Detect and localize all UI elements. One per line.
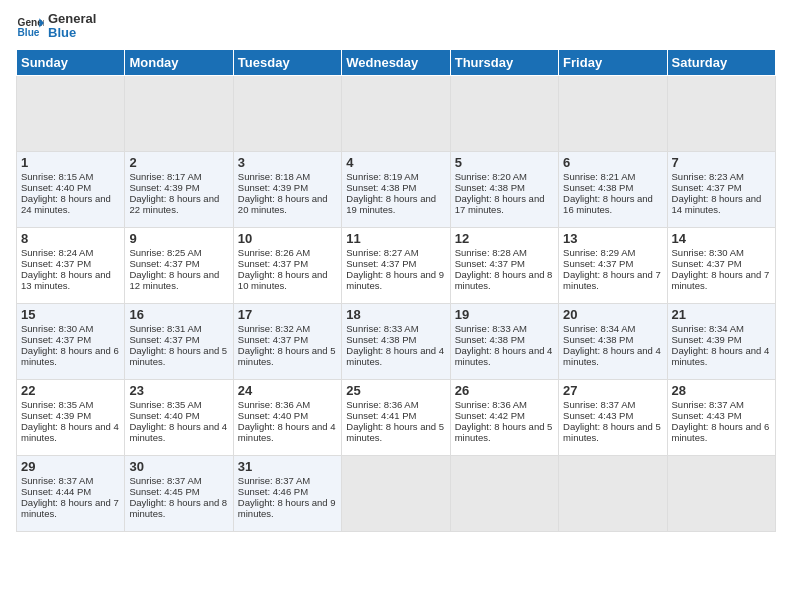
daylight: Daylight: 8 hours and 5 minutes. [346,421,444,443]
daylight: Daylight: 8 hours and 8 minutes. [129,497,227,519]
daylight: Daylight: 8 hours and 4 minutes. [672,345,770,367]
calendar-cell: 5Sunrise: 8:20 AMSunset: 4:38 PMDaylight… [450,151,558,227]
daylight: Daylight: 8 hours and 8 minutes. [455,269,553,291]
daylight: Daylight: 8 hours and 12 minutes. [129,269,219,291]
calendar-cell: 10Sunrise: 8:26 AMSunset: 4:37 PMDayligh… [233,227,341,303]
sunrise: Sunrise: 8:37 AM [563,399,635,410]
calendar-container: General Blue General Blue SundayMondayTu… [0,0,792,612]
day-number: 15 [21,307,120,322]
sunset: Sunset: 4:40 PM [21,182,91,193]
day-number: 16 [129,307,228,322]
sunrise: Sunrise: 8:30 AM [672,247,744,258]
sunset: Sunset: 4:45 PM [129,486,199,497]
sunrise: Sunrise: 8:34 AM [563,323,635,334]
day-number: 30 [129,459,228,474]
calendar-week-1: 1Sunrise: 8:15 AMSunset: 4:40 PMDaylight… [17,151,776,227]
calendar-cell: 26Sunrise: 8:36 AMSunset: 4:42 PMDayligh… [450,379,558,455]
col-header-tuesday: Tuesday [233,49,341,75]
sunrise: Sunrise: 8:15 AM [21,171,93,182]
calendar-cell [17,75,125,151]
calendar-cell: 23Sunrise: 8:35 AMSunset: 4:40 PMDayligh… [125,379,233,455]
day-number: 20 [563,307,662,322]
sunrise: Sunrise: 8:25 AM [129,247,201,258]
sunset: Sunset: 4:37 PM [129,258,199,269]
sunset: Sunset: 4:37 PM [455,258,525,269]
daylight: Daylight: 8 hours and 4 minutes. [238,421,336,443]
day-number: 5 [455,155,554,170]
sunrise: Sunrise: 8:23 AM [672,171,744,182]
sunset: Sunset: 4:39 PM [238,182,308,193]
sunset: Sunset: 4:38 PM [455,182,525,193]
sunset: Sunset: 4:43 PM [563,410,633,421]
sunrise: Sunrise: 8:37 AM [129,475,201,486]
sunset: Sunset: 4:39 PM [672,334,742,345]
sunrise: Sunrise: 8:33 AM [346,323,418,334]
sunset: Sunset: 4:37 PM [563,258,633,269]
daylight: Daylight: 8 hours and 22 minutes. [129,193,219,215]
calendar-cell [450,455,558,531]
calendar-cell: 6Sunrise: 8:21 AMSunset: 4:38 PMDaylight… [559,151,667,227]
sunset: Sunset: 4:38 PM [346,182,416,193]
calendar-cell: 28Sunrise: 8:37 AMSunset: 4:43 PMDayligh… [667,379,775,455]
calendar-cell: 13Sunrise: 8:29 AMSunset: 4:37 PMDayligh… [559,227,667,303]
logo-icon: General Blue [16,12,44,40]
col-header-saturday: Saturday [667,49,775,75]
day-number: 19 [455,307,554,322]
daylight: Daylight: 8 hours and 13 minutes. [21,269,111,291]
sunset: Sunset: 4:44 PM [21,486,91,497]
calendar-cell: 1Sunrise: 8:15 AMSunset: 4:40 PMDaylight… [17,151,125,227]
sunrise: Sunrise: 8:31 AM [129,323,201,334]
daylight: Daylight: 8 hours and 16 minutes. [563,193,653,215]
sunset: Sunset: 4:43 PM [672,410,742,421]
calendar-cell: 12Sunrise: 8:28 AMSunset: 4:37 PMDayligh… [450,227,558,303]
sunset: Sunset: 4:37 PM [672,182,742,193]
calendar-week-0 [17,75,776,151]
day-number: 23 [129,383,228,398]
calendar-cell: 15Sunrise: 8:30 AMSunset: 4:37 PMDayligh… [17,303,125,379]
daylight: Daylight: 8 hours and 4 minutes. [129,421,227,443]
calendar-cell [125,75,233,151]
sunset: Sunset: 4:37 PM [21,258,91,269]
calendar-cell [450,75,558,151]
daylight: Daylight: 8 hours and 9 minutes. [238,497,336,519]
calendar-cell: 24Sunrise: 8:36 AMSunset: 4:40 PMDayligh… [233,379,341,455]
daylight: Daylight: 8 hours and 4 minutes. [346,345,444,367]
calendar-cell: 20Sunrise: 8:34 AMSunset: 4:38 PMDayligh… [559,303,667,379]
day-number: 27 [563,383,662,398]
daylight: Daylight: 8 hours and 10 minutes. [238,269,328,291]
sunset: Sunset: 4:42 PM [455,410,525,421]
logo: General Blue General Blue [16,12,96,41]
sunset: Sunset: 4:41 PM [346,410,416,421]
calendar-cell: 16Sunrise: 8:31 AMSunset: 4:37 PMDayligh… [125,303,233,379]
daylight: Daylight: 8 hours and 14 minutes. [672,193,762,215]
sunrise: Sunrise: 8:19 AM [346,171,418,182]
daylight: Daylight: 8 hours and 6 minutes. [672,421,770,443]
day-number: 6 [563,155,662,170]
daylight: Daylight: 8 hours and 7 minutes. [563,269,661,291]
daylight: Daylight: 8 hours and 4 minutes. [21,421,119,443]
day-number: 21 [672,307,771,322]
logo-text-general: General [48,12,96,26]
day-number: 31 [238,459,337,474]
calendar-week-3: 15Sunrise: 8:30 AMSunset: 4:37 PMDayligh… [17,303,776,379]
daylight: Daylight: 8 hours and 20 minutes. [238,193,328,215]
sunrise: Sunrise: 8:37 AM [672,399,744,410]
header-row: SundayMondayTuesdayWednesdayThursdayFrid… [17,49,776,75]
calendar-cell [342,75,450,151]
sunset: Sunset: 4:40 PM [129,410,199,421]
day-number: 7 [672,155,771,170]
header: General Blue General Blue [16,12,776,41]
calendar-cell: 2Sunrise: 8:17 AMSunset: 4:39 PMDaylight… [125,151,233,227]
sunrise: Sunrise: 8:26 AM [238,247,310,258]
sunset: Sunset: 4:37 PM [672,258,742,269]
calendar-cell: 4Sunrise: 8:19 AMSunset: 4:38 PMDaylight… [342,151,450,227]
daylight: Daylight: 8 hours and 19 minutes. [346,193,436,215]
day-number: 13 [563,231,662,246]
daylight: Daylight: 8 hours and 17 minutes. [455,193,545,215]
day-number: 10 [238,231,337,246]
sunrise: Sunrise: 8:37 AM [238,475,310,486]
sunrise: Sunrise: 8:32 AM [238,323,310,334]
day-number: 29 [21,459,120,474]
daylight: Daylight: 8 hours and 5 minutes. [238,345,336,367]
day-number: 1 [21,155,120,170]
